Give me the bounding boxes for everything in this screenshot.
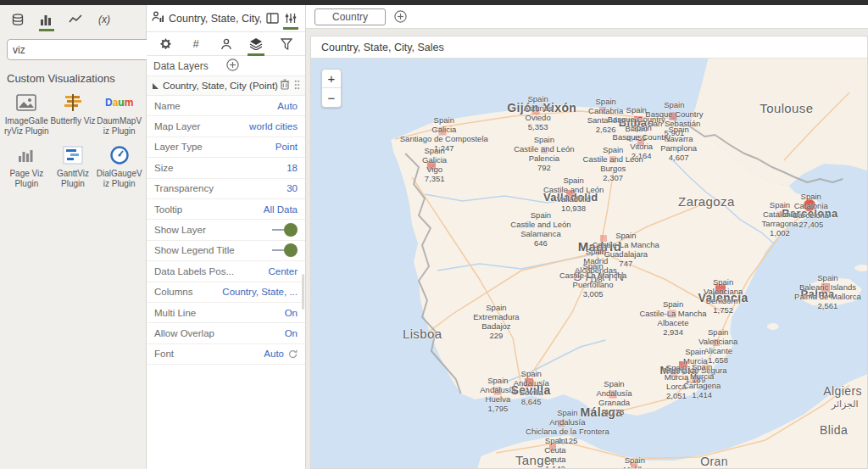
property-row-name: NameAuto: [147, 96, 305, 116]
properties-tab-icon[interactable]: [281, 8, 300, 30]
map-zoom-control: + −: [321, 69, 342, 108]
canvas-region: Country Country, State, City, Sales: [306, 5, 868, 469]
plugin-gantt[interactable]: GanttViz Plugin: [50, 144, 97, 188]
properties-tab-person-icon[interactable]: [215, 33, 237, 55]
country-filter-chip[interactable]: Country: [314, 8, 386, 25]
data-point-label[interactable]: SpainCataloniaBarcelona27,405: [793, 192, 829, 229]
property-value[interactable]: Country, State, ...: [222, 287, 298, 297]
daum-map-icon: Daum: [105, 92, 133, 114]
sidebar-tab-database-icon[interactable]: [5, 7, 31, 32]
data-point-label[interactable]: SpainExtremaduraBadajoz229: [473, 303, 519, 340]
plugin-dial-gauge[interactable]: DialGaugeViz Plugin: [96, 144, 142, 188]
property-value[interactable]: Auto: [264, 349, 284, 359]
property-label: Show Layer: [154, 225, 272, 235]
data-point-label[interactable]: SpainValencianaBenidorm1,752: [704, 277, 743, 315]
data-point-label[interactable]: SpainBalearic IslandsPalma de Mallorca2,…: [794, 273, 861, 310]
data-point-label[interactable]: SpainCastile and LeónValladolid10,938: [543, 176, 604, 213]
plugin-label: DialGaugeViz Plugin: [97, 169, 142, 188]
property-row-size: Size18: [147, 158, 305, 178]
data-point-label[interactable]: SpainCastile and LeónSalamanca646: [510, 210, 570, 248]
data-point-label[interactable]: SpainCastile-La ManchaAlbacete2,934: [639, 299, 706, 337]
property-row-multi-line: Multi LineOn: [147, 303, 305, 323]
property-row-layer-type: Layer TypePoint: [147, 137, 305, 158]
sidebar-tab-fx-icon[interactable]: (x): [92, 7, 117, 32]
properties-tab-funnel-icon[interactable]: [275, 33, 298, 55]
property-label: Size: [154, 163, 287, 173]
data-point-label[interactable]: SpainAndalusíaHuelva1,795: [480, 376, 515, 413]
search-box[interactable]: ×: [7, 39, 160, 60]
data-point-label[interactable]: SpainCastile-La ManchaPuertollano3,005: [559, 261, 626, 299]
zoom-in-button[interactable]: +: [322, 70, 341, 88]
property-row-map-layer: Map Layerworld cities: [147, 116, 305, 137]
layer-title: Country, State, City (Point): [163, 81, 280, 91]
viz-canvas-card: Country, State, City, Sales: [310, 36, 868, 469]
map-viz[interactable]: + − LisboaToulouseZaragozaMadridSPAINVal…: [311, 59, 867, 468]
zoom-out-button[interactable]: −: [322, 88, 341, 107]
property-value[interactable]: world cities: [249, 121, 298, 131]
property-value[interactable]: 30: [287, 183, 298, 193]
search-input[interactable]: [13, 44, 144, 56]
data-layers-row: Data Layers: [147, 56, 305, 76]
panel-scrollbar[interactable]: [302, 274, 304, 310]
add-filter-icon[interactable]: [394, 10, 407, 23]
property-value[interactable]: On: [285, 308, 298, 318]
grammar-panel-icon[interactable]: [263, 8, 281, 30]
property-label: Name: [154, 101, 277, 111]
plugin-label: DaumMapViz Plugin: [97, 116, 142, 136]
data-point-label[interactable]: SpainAsturiasOviedo5,353: [523, 94, 552, 131]
properties-tab-layers-icon[interactable]: [245, 33, 267, 55]
data-point-label[interactable]: SpainNavarraPamplona4,607: [660, 125, 697, 162]
properties-tab-gear-icon[interactable]: [155, 33, 177, 55]
add-layer-icon[interactable]: [226, 59, 299, 74]
basemap-label: Toulouse: [760, 100, 813, 114]
drag-handle-icon[interactable]: [294, 78, 300, 93]
property-value[interactable]: 18: [287, 163, 298, 173]
plugin-grid: ImageGalleryViz PluginButterfly VizDaumD…: [0, 90, 146, 190]
viz-title: Country, State, City, Sales: [311, 36, 867, 59]
data-point-label[interactable]: SpainAndalusíaChiclana de la Frontera2,1…: [526, 408, 609, 445]
property-label: Layer Type: [154, 142, 275, 152]
data-point-label[interactable]: SpainMelilla: [623, 455, 646, 468]
property-value[interactable]: Center: [268, 266, 298, 276]
property-label: Font: [154, 349, 264, 359]
plugin-butterfly[interactable]: Butterfly Viz: [50, 92, 97, 136]
property-row-data-labels-pos: Data Labels Pos...Center: [147, 261, 305, 282]
data-point-label[interactable]: SpainMurciaCartagena1,414: [683, 362, 721, 399]
property-label: Allow Overlap: [154, 328, 285, 338]
collapse-icon[interactable]: [152, 78, 159, 93]
data-point-label[interactable]: SpainGaliciaVigo7,351: [422, 146, 447, 183]
data-point-label[interactable]: SpainCataloniaTarragona1,002: [762, 200, 798, 237]
data-layers-label: Data Layers: [153, 60, 226, 72]
properties-tab-hash-icon[interactable]: #: [185, 33, 207, 55]
data-point-label[interactable]: SpainCeutaCeuta1,142: [544, 436, 565, 468]
toggle-on-switch[interactable]: [272, 243, 298, 257]
plugin-label: Butterfly Viz: [50, 116, 95, 126]
plugin-image-gallery[interactable]: ImageGalleryViz Plugin: [3, 92, 50, 136]
data-point-label[interactable]: SpainAndalusíaSevilla8,645: [514, 369, 549, 406]
canvas-gap: [306, 29, 868, 36]
butterfly-icon: [63, 92, 83, 114]
property-value[interactable]: On: [285, 328, 298, 338]
delete-layer-icon[interactable]: [280, 78, 290, 93]
visualizations-sidebar: (x) × ⋮ Custom Visualizations ImageGalle…: [0, 5, 147, 469]
property-row-show-layer: Show Layer: [147, 220, 305, 240]
property-value[interactable]: Auto: [277, 101, 298, 111]
properties-tab-row: #: [147, 32, 305, 56]
refresh-icon[interactable]: [288, 349, 298, 359]
plugin-daum-map[interactable]: DaumDaumMapViz Plugin: [96, 92, 142, 136]
sidebar-tab-trend-icon[interactable]: [63, 7, 88, 32]
property-label: Columns: [154, 287, 222, 297]
property-label: Tooltip: [154, 204, 264, 215]
property-label: Transparency: [154, 183, 287, 193]
plugin-label: GanttViz Plugin: [50, 169, 96, 188]
basemap-label: Algiers: [823, 384, 862, 398]
property-row-columns: ColumnsCountry, State, ...: [147, 282, 305, 303]
property-value[interactable]: All Data: [264, 204, 298, 215]
plugin-page-viz[interactable]: Page Viz Plugin: [3, 144, 50, 188]
viz-type-icon: [152, 11, 164, 26]
toggle-on-switch[interactable]: [272, 223, 298, 237]
sidebar-tab-bar-chart-icon[interactable]: [34, 7, 59, 32]
property-value[interactable]: Point: [275, 142, 298, 152]
data-point-label[interactable]: SpainCastile and LeónPalencia792: [514, 135, 574, 172]
layer-header[interactable]: Country, State, City (Point): [147, 76, 305, 96]
